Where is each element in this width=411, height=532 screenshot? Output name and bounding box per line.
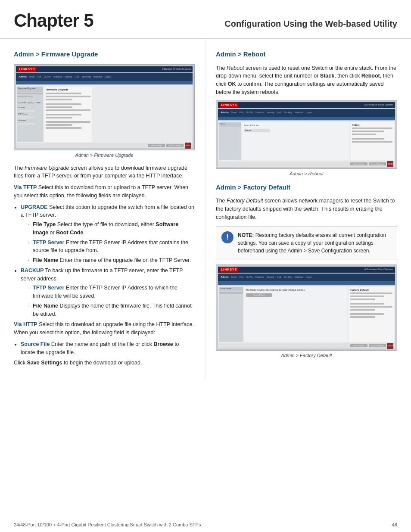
footer-right: 46 (392, 522, 397, 529)
via-http-text: Via HTTP Select this to download an upgr… (14, 320, 195, 337)
source-file-bullet: Source File Enter the name and path of t… (21, 340, 195, 357)
left-column: Admin > Firmware Upgrade LINKSYS A Divis… (0, 39, 206, 381)
http-bullets: Source File Enter the name and path of t… (21, 340, 195, 357)
note-box: ! NOTE: Restoring factory defaults erase… (216, 227, 397, 259)
factory-default-screenshot: LINKSYS A Division of Cisco Systems Admi… (216, 264, 397, 351)
page-wrapper: Chapter 5 Configuration Using the Web-ba… (0, 0, 411, 532)
page-content: Admin > Firmware Upgrade LINKSYS A Divis… (0, 39, 411, 381)
page-footer: 24/48-Port 10/100 + 4-Port Gigabit Resil… (0, 518, 411, 532)
right-column: Admin > Reboot The Reboot screen is used… (206, 39, 411, 381)
file-type-item: File Type Select the type of file to dow… (28, 221, 195, 237)
firmware-intro: The Firmware Upgrade screen allows you t… (14, 164, 195, 180)
tftp-server-item1: TFTP Server Enter the TFTP Server IP Add… (28, 239, 195, 255)
file-name-item1: File Name Enter the name of the upgrade … (28, 256, 195, 264)
tftp-server-item2: TFTP Server Enter the TFTP Server IP Add… (28, 284, 195, 300)
chapter-title: Chapter 5 (14, 8, 93, 34)
note-icon: ! (221, 231, 234, 243)
via-tftp-text: Via TFTP Select this to download from or… (14, 184, 195, 200)
page-header: Chapter 5 Configuration Using the Web-ba… (0, 0, 411, 39)
firmware-upgrade-screenshot: LINKSYS A Division of Cisco Systems Admi… (14, 64, 195, 150)
footer-left: 24/48-Port 10/100 + 4-Port Gigabit Resil… (14, 522, 201, 529)
save-settings-text: Click Save Settings to begin the downloa… (14, 359, 195, 367)
firmware-upgrade-section: Admin > Firmware Upgrade LINKSYS A Divis… (14, 50, 195, 367)
factory-default-section: Admin > Factory Default The Factory Defa… (216, 183, 397, 359)
backup-bullet: BACKUP To back up the firmware to a TFTP… (21, 267, 195, 318)
file-name-item2: File Name Displays the name of the firmw… (28, 302, 195, 318)
backup-subbullets: TFTP Server Enter the TFTP Server IP Add… (28, 284, 195, 318)
chapter-subtitle: Configuration Using the Web-based Utilit… (224, 18, 397, 30)
reboot-screenshot-caption: Admin > Reboot (216, 171, 397, 177)
factory-default-intro: The Factory Default screen allows networ… (216, 197, 397, 221)
firmware-upgrade-heading: Admin > Firmware Upgrade (14, 50, 195, 60)
firmware-bullets: UPGRADE Select this option to upgrade th… (21, 203, 195, 318)
factory-default-screenshot-caption: Admin > Factory Default (216, 352, 397, 359)
reboot-screenshot: LINKSYS A Division of Cisco Systems Admi… (216, 100, 397, 169)
reboot-section: Admin > Reboot The Reboot screen is used… (216, 50, 397, 177)
note-text: NOTE: Restoring factory defaults erases … (238, 231, 392, 255)
firmware-screenshot-caption: Admin > Firmware Upgrade (14, 152, 195, 159)
upgrade-bullet: UPGRADE Select this option to upgrade th… (21, 203, 195, 264)
factory-default-heading: Admin > Factory Default (216, 183, 397, 193)
upgrade-subbullets: File Type Select the type of file to dow… (28, 221, 195, 264)
reboot-heading: Admin > Reboot (216, 50, 397, 60)
reboot-intro: The Reboot screen is used to reset one S… (216, 64, 397, 96)
